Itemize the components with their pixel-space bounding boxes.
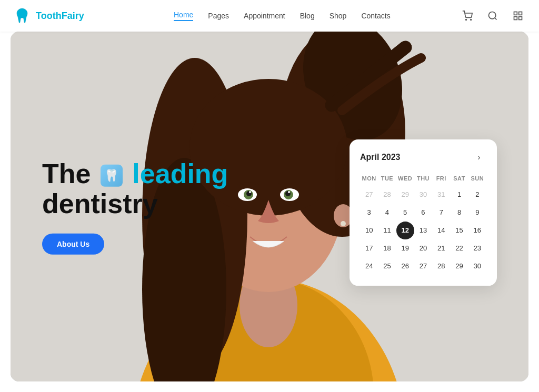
- svg-rect-5: [519, 12, 522, 15]
- calendar-day[interactable]: 29: [450, 257, 468, 275]
- cal-header-fri: FRI: [432, 173, 450, 186]
- nav-links: Home Pages Appointment Blog Shop Contact…: [105, 11, 459, 21]
- calendar-day[interactable]: 15: [450, 222, 468, 239]
- nav-shop[interactable]: Shop: [330, 12, 347, 20]
- calendar-day[interactable]: 3: [360, 204, 378, 222]
- nav-home[interactable]: Home: [174, 11, 193, 21]
- calendar-day[interactable]: 22: [450, 239, 468, 257]
- svg-rect-6: [514, 17, 517, 20]
- calendar-day[interactable]: 7: [432, 204, 450, 222]
- calendar-day[interactable]: 2: [468, 186, 486, 204]
- hero-content: The leading dentistry About Us: [42, 158, 228, 254]
- cart-button[interactable]: [459, 7, 476, 24]
- calendar-day[interactable]: 16: [468, 222, 486, 239]
- svg-rect-7: [519, 17, 522, 20]
- calendar-day[interactable]: 28: [378, 186, 396, 204]
- calendar-day[interactable]: 14: [432, 222, 450, 239]
- calendar-day[interactable]: 18: [378, 239, 396, 257]
- calendar-week-1: 3456789: [360, 204, 486, 222]
- cart-icon: [462, 11, 473, 21]
- calendar-day[interactable]: 23: [468, 239, 486, 257]
- headline-leading: leading: [132, 158, 228, 188]
- svg-point-1: [471, 19, 472, 21]
- calendar-next-button[interactable]: ›: [472, 150, 486, 165]
- calendar-day[interactable]: 30: [414, 186, 432, 204]
- calendar-day[interactable]: 19: [396, 239, 414, 257]
- about-us-button[interactable]: About Us: [42, 234, 104, 255]
- nav-contacts[interactable]: Contacts: [361, 12, 390, 20]
- calendar-day[interactable]: 26: [396, 257, 414, 275]
- grid-icon: [513, 11, 523, 21]
- calendar-week-0: 272829303112: [360, 186, 486, 204]
- calendar-widget: April 2023 › MON TUE WED THU FRI SAT SUN…: [350, 139, 497, 286]
- calendar-title: April 2023: [360, 153, 400, 162]
- search-button[interactable]: [484, 7, 501, 24]
- hero-headline: The leading dentistry: [42, 158, 228, 218]
- headline-the: The: [42, 158, 91, 188]
- calendar-day[interactable]: 30: [468, 257, 486, 275]
- calendar-day[interactable]: 12: [396, 222, 414, 239]
- cal-header-thu: THU: [414, 173, 432, 186]
- svg-point-0: [466, 19, 467, 21]
- nav-blog[interactable]: Blog: [300, 12, 315, 20]
- calendar-day[interactable]: 17: [360, 239, 378, 257]
- svg-rect-4: [514, 12, 517, 15]
- nav-pages[interactable]: Pages: [208, 12, 229, 20]
- dentist-thumbnail: [101, 165, 123, 187]
- calendar-day-headers: MON TUE WED THU FRI SAT SUN: [360, 173, 486, 186]
- calendar-day[interactable]: 20: [414, 239, 432, 257]
- calendar-day[interactable]: 27: [360, 186, 378, 204]
- calendar-day[interactable]: 4: [378, 204, 396, 222]
- nav-actions: [459, 7, 526, 24]
- calendar-day[interactable]: 24: [360, 257, 378, 275]
- cal-header-wed: WED: [396, 173, 414, 186]
- tooth-icon: [13, 6, 32, 25]
- cal-header-sun: SUN: [468, 173, 486, 186]
- calendar-day[interactable]: 28: [432, 257, 450, 275]
- cal-header-tue: TUE: [378, 173, 396, 186]
- calendar-day[interactable]: 21: [432, 239, 450, 257]
- headline-dentistry: dentistry: [42, 188, 158, 219]
- cal-header-mon: MON: [360, 173, 378, 186]
- calendar-day[interactable]: 10: [360, 222, 378, 239]
- svg-point-27: [341, 221, 346, 226]
- svg-point-21: [249, 191, 251, 193]
- cal-header-sat: SAT: [450, 173, 468, 186]
- grid-button[interactable]: [510, 7, 526, 24]
- logo[interactable]: ToothFairy: [13, 6, 84, 25]
- calendar-day[interactable]: 8: [450, 204, 468, 222]
- calendar-week-4: 24252627282930: [360, 257, 486, 275]
- calendar-day[interactable]: 1: [450, 186, 468, 204]
- calendar-day[interactable]: 9: [468, 204, 486, 222]
- calendar-week-2: 10111213141516: [360, 222, 486, 239]
- calendar-grid: MON TUE WED THU FRI SAT SUN 272829303112…: [360, 173, 486, 275]
- logo-text: ToothFairy: [36, 11, 84, 22]
- calendar-day[interactable]: 31: [432, 186, 450, 204]
- hero-section: The leading dentistry About Us April 202…: [11, 32, 528, 381]
- calendar-day[interactable]: 6: [414, 204, 432, 222]
- calendar-header: April 2023 ›: [360, 150, 486, 165]
- svg-point-2: [489, 12, 496, 19]
- calendar-day[interactable]: 25: [378, 257, 396, 275]
- calendar-day[interactable]: 13: [414, 222, 432, 239]
- nav-appointment[interactable]: Appointment: [244, 12, 285, 20]
- calendar-day[interactable]: 29: [396, 186, 414, 204]
- calendar-week-3: 17181920212223: [360, 239, 486, 257]
- calendar-day[interactable]: 27: [414, 257, 432, 275]
- svg-point-25: [288, 191, 290, 193]
- calendar-day[interactable]: 5: [396, 204, 414, 222]
- search-icon: [487, 11, 498, 21]
- calendar-day[interactable]: 11: [378, 222, 396, 239]
- svg-line-3: [495, 18, 497, 20]
- navbar: ToothFairy Home Pages Appointment Blog S…: [0, 0, 539, 32]
